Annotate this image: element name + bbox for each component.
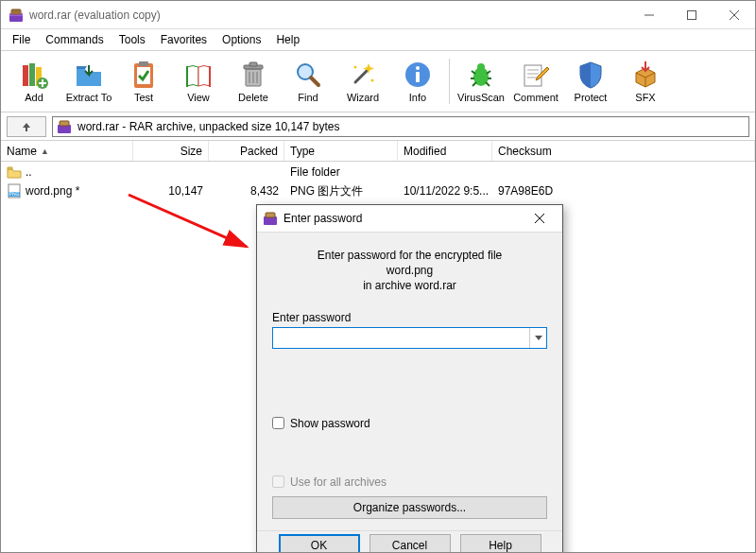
toolbar-virusscan[interactable]: VirusScan — [455, 53, 507, 110]
book-open-icon — [183, 60, 214, 90]
svg-line-28 — [355, 69, 369, 82]
menu-file[interactable]: File — [5, 31, 38, 48]
svg-line-27 — [311, 78, 318, 85]
password-dropdown-arrow[interactable] — [529, 328, 546, 348]
show-password-input[interactable] — [272, 417, 284, 429]
toolbar-delete[interactable]: Delete — [227, 53, 280, 110]
column-checksum[interactable]: Checksum — [492, 141, 755, 161]
toolbar: Add Extract To Test View Delete — [1, 50, 755, 112]
svg-rect-6 — [687, 10, 696, 19]
use-for-all-checkbox[interactable]: Use for all archives — [272, 474, 547, 491]
toolbar-info[interactable]: Info — [391, 53, 444, 110]
organize-passwords-button[interactable]: Organize passwords... — [272, 496, 547, 519]
toolbar-wizard-label: Wizard — [347, 92, 379, 103]
svg-rect-10 — [29, 63, 35, 86]
clipboard-check-icon — [129, 60, 159, 90]
menu-tools[interactable]: Tools — [112, 31, 153, 48]
menu-options[interactable]: Options — [215, 31, 268, 48]
toolbar-comment-label: Comment — [513, 92, 558, 103]
toolbar-find[interactable]: Find — [282, 53, 335, 110]
help-button[interactable]: Help — [460, 534, 541, 553]
list-item-file[interactable]: PNG word.png * 10,147 8,432 PNG 图片文件 10/… — [1, 181, 755, 200]
toolbar-extract[interactable]: Extract To — [62, 53, 115, 110]
column-modified[interactable]: Modified — [398, 141, 492, 161]
svg-rect-47 — [60, 121, 69, 126]
note-pencil-icon — [521, 60, 551, 90]
up-arrow-icon — [20, 120, 33, 133]
toolbar-find-label: Find — [298, 92, 318, 103]
ok-button[interactable]: OK — [279, 534, 360, 553]
svg-rect-9 — [23, 65, 28, 86]
app-icon — [9, 8, 24, 23]
cancel-button[interactable]: Cancel — [369, 534, 451, 553]
password-input[interactable] — [273, 328, 529, 348]
svg-point-30 — [371, 79, 374, 82]
chevron-down-icon — [535, 336, 542, 340]
window-title: word.rar (evaluation copy) — [29, 9, 161, 22]
toolbar-add[interactable]: Add — [8, 53, 60, 110]
books-add-icon — [19, 60, 49, 90]
toolbar-view[interactable]: View — [172, 53, 225, 110]
toolbar-test[interactable]: Test — [117, 53, 170, 110]
png-file-icon: PNG — [7, 183, 22, 199]
menu-commands[interactable]: Commands — [38, 31, 111, 48]
menu-favorites[interactable]: Favorites — [153, 31, 215, 48]
toolbar-sfx[interactable]: SFX — [619, 53, 672, 110]
info-icon — [403, 60, 433, 90]
menu-help[interactable]: Help — [268, 31, 307, 48]
maximize-button[interactable] — [670, 1, 713, 29]
toolbar-virusscan-label: VirusScan — [457, 92, 505, 103]
toolbar-protect-label: Protect — [575, 92, 608, 103]
toolbar-protect[interactable]: Protect — [564, 53, 617, 110]
show-password-checkbox[interactable]: Show password — [272, 415, 547, 432]
svg-rect-22 — [249, 62, 257, 66]
menubar: File Commands Tools Favorites Options He… — [1, 29, 755, 50]
dialog-close-button[interactable] — [523, 205, 557, 232]
use-for-all-input[interactable] — [272, 475, 284, 488]
address-text: word.rar - RAR archive, unpacked size 10… — [77, 120, 339, 133]
toolbar-info-label: Info — [409, 92, 426, 103]
toolbar-view-label: View — [187, 92, 210, 103]
svg-point-29 — [354, 66, 357, 69]
password-combobox[interactable] — [272, 327, 547, 349]
toolbar-test-label: Test — [134, 92, 153, 103]
svg-rect-17 — [139, 61, 148, 66]
svg-point-35 — [477, 63, 485, 71]
column-name[interactable]: Name ▲ — [1, 141, 133, 161]
svg-rect-19 — [209, 66, 211, 87]
folder-extract-icon — [74, 60, 104, 90]
column-packed[interactable]: Packed — [209, 141, 284, 161]
toolbar-extract-label: Extract To — [66, 92, 112, 103]
address-bar[interactable]: word.rar - RAR archive, unpacked size 10… — [52, 116, 749, 137]
column-size[interactable]: Size — [133, 141, 209, 161]
svg-point-32 — [416, 66, 420, 70]
wand-icon — [348, 60, 378, 90]
winrar-window: word.rar (evaluation copy) File Commands… — [0, 0, 756, 553]
toolbar-sfx-label: SFX — [635, 92, 655, 103]
up-button[interactable] — [7, 116, 46, 137]
address-row: word.rar - RAR archive, unpacked size 10… — [1, 112, 755, 141]
password-dialog: Enter password Enter password for the en… — [256, 204, 563, 553]
toolbar-comment[interactable]: Comment — [509, 53, 562, 110]
svg-rect-33 — [416, 72, 420, 82]
toolbar-delete-label: Delete — [238, 92, 268, 103]
svg-rect-53 — [266, 213, 275, 217]
minimize-button[interactable] — [627, 1, 670, 29]
box-arrow-icon — [630, 60, 661, 90]
trash-icon — [238, 60, 268, 90]
magnifier-icon — [293, 60, 323, 90]
archive-icon — [263, 211, 278, 226]
sort-asc-icon: ▲ — [41, 147, 49, 156]
password-field-label: Enter password — [272, 311, 547, 324]
column-type[interactable]: Type — [284, 141, 398, 161]
toolbar-add-label: Add — [25, 92, 43, 103]
close-button[interactable] — [713, 1, 755, 29]
dialog-button-row: OK Cancel Help — [257, 530, 562, 553]
list-item-parent[interactable]: .. File folder — [1, 163, 755, 181]
dialog-message: Enter password for the encrypted file wo… — [272, 248, 547, 294]
svg-text:PNG: PNG — [9, 191, 20, 197]
dialog-titlebar: Enter password — [257, 205, 562, 233]
svg-rect-18 — [186, 66, 188, 87]
toolbar-wizard[interactable]: Wizard — [336, 53, 389, 110]
toolbar-separator — [449, 59, 450, 104]
